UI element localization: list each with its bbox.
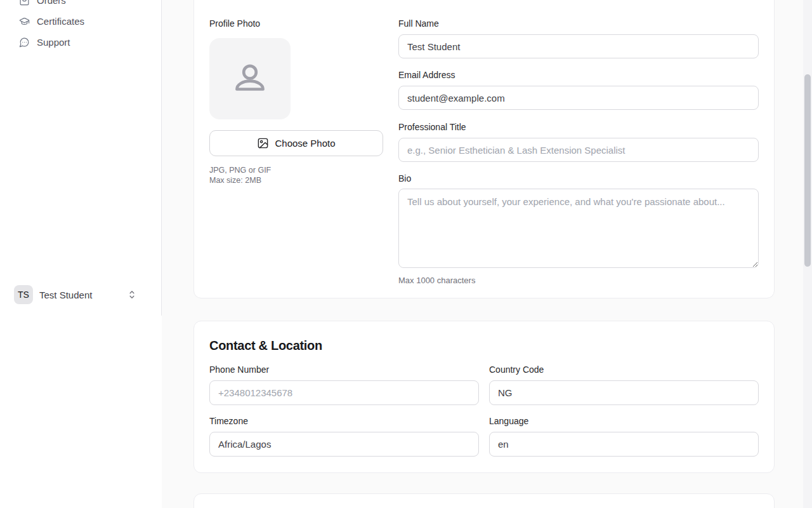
avatar: TS bbox=[14, 285, 33, 304]
profile-card: Profile Photo Choose Photo JPG, PNG or G… bbox=[193, 0, 775, 298]
country-code-label: Country Code bbox=[489, 365, 759, 375]
bio-char-limit-note: Max 1000 characters bbox=[398, 276, 759, 285]
profile-photo-label: Profile Photo bbox=[209, 19, 383, 29]
sidebar-item-support[interactable]: Support bbox=[10, 32, 152, 53]
profile-photo-placeholder bbox=[209, 38, 291, 119]
user-name: Test Student bbox=[39, 290, 92, 300]
full-name-label: Full Name bbox=[398, 19, 759, 29]
full-name-input[interactable] bbox=[398, 34, 759, 58]
contact-location-card: Contact & Location Phone Number Country … bbox=[193, 321, 775, 473]
choose-photo-button[interactable]: Choose Photo bbox=[209, 130, 383, 156]
certificates-icon bbox=[19, 16, 30, 27]
app-root: Orders Certificates Support TS Test Stud… bbox=[0, 0, 812, 508]
email-label: Email Address bbox=[398, 70, 759, 80]
sidebar-item-certificates[interactable]: Certificates bbox=[10, 11, 152, 32]
scrollbar-thumb[interactable] bbox=[804, 74, 811, 267]
sidebar: Orders Certificates Support TS Test Stud… bbox=[0, 0, 162, 508]
sidebar-nav: Orders Certificates Support bbox=[10, 0, 152, 53]
photo-formats-note: JPG, PNG or GIF bbox=[209, 165, 383, 175]
contact-location-title: Contact & Location bbox=[209, 337, 759, 354]
scrollbar-track[interactable] bbox=[803, 0, 812, 508]
sidebar-item-label: Orders bbox=[37, 0, 66, 6]
bio-label: Bio bbox=[398, 174, 759, 184]
country-code-input[interactable] bbox=[489, 380, 759, 405]
support-icon bbox=[19, 37, 30, 48]
timezone-input[interactable] bbox=[209, 432, 479, 457]
phone-number-label: Phone Number bbox=[209, 365, 479, 375]
sidebar-item-orders[interactable]: Orders bbox=[10, 0, 152, 11]
chevron-up-down-icon bbox=[128, 290, 136, 300]
email-input[interactable] bbox=[398, 86, 759, 110]
photo-size-note: Max size: 2MB bbox=[209, 175, 383, 185]
sidebar-item-label: Support bbox=[37, 37, 70, 48]
choose-photo-label: Choose Photo bbox=[275, 138, 335, 149]
user-menu[interactable]: TS Test Student bbox=[10, 284, 152, 305]
sidebar-item-label: Certificates bbox=[37, 16, 84, 27]
image-icon bbox=[257, 137, 269, 149]
bio-textarea[interactable] bbox=[398, 189, 759, 268]
next-section-card bbox=[193, 493, 775, 508]
orders-icon bbox=[19, 0, 30, 6]
language-label: Language bbox=[489, 417, 759, 426]
main-content: Profile Photo Choose Photo JPG, PNG or G… bbox=[162, 0, 812, 508]
phone-number-input[interactable] bbox=[209, 380, 479, 405]
professional-title-label: Professional Title bbox=[398, 123, 759, 132]
language-input[interactable] bbox=[489, 432, 759, 457]
timezone-label: Timezone bbox=[209, 417, 479, 426]
professional-title-input[interactable] bbox=[398, 138, 759, 162]
user-icon bbox=[229, 58, 271, 100]
